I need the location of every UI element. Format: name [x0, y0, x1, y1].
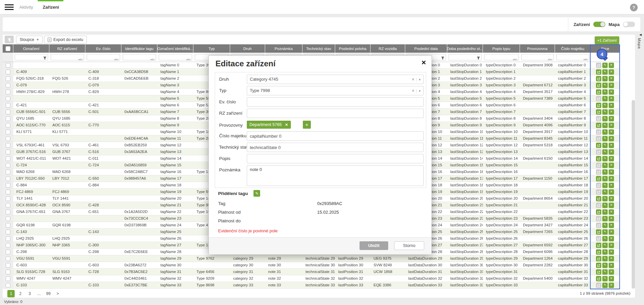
- delete-row-button[interactable]: ✕: [609, 89, 614, 95]
- open-detail-button[interactable]: [596, 243, 601, 248]
- funnel-icon[interactable]: [43, 55, 47, 61]
- row-checkbox[interactable]: [6, 283, 10, 288]
- delete-row-button[interactable]: ✕: [609, 243, 614, 248]
- export-excel-button[interactable]: xExport do excelu: [44, 36, 87, 44]
- druh-combobox[interactable]: Category 4745 ✕|▼: [247, 75, 424, 84]
- edit-row-button[interactable]: ✎: [602, 123, 608, 128]
- delete-row-button[interactable]: ✕: [609, 263, 614, 268]
- column-header-4[interactable]: Identifikátor tagu: [121, 44, 157, 53]
- column-header-6[interactable]: Typ: [193, 44, 230, 53]
- row-checkbox[interactable]: [6, 103, 10, 108]
- delete-row-button[interactable]: ✕: [609, 209, 614, 215]
- open-detail-button[interactable]: [596, 276, 601, 281]
- abc-filter-icon[interactable]: aBc: [513, 56, 517, 62]
- edit-row-button[interactable]: ✎: [602, 263, 608, 268]
- clear-filter-icon[interactable]: [5, 36, 14, 43]
- funnel-icon[interactable]: [477, 55, 480, 61]
- row-checkbox[interactable]: [6, 203, 10, 208]
- edit-row-button[interactable]: ✎: [602, 249, 608, 255]
- open-detail-button[interactable]: [596, 109, 601, 115]
- technicky-stav-field[interactable]: [247, 143, 424, 152]
- column-header-10[interactable]: Poslední poloha: [335, 44, 371, 53]
- column-header-1[interactable]: Označení: [13, 44, 49, 53]
- clear-icon[interactable]: ✕: [412, 89, 415, 93]
- row-checkbox[interactable]: [6, 70, 10, 74]
- page-button-1[interactable]: 1: [7, 290, 15, 297]
- table-row[interactable]: WMV 4247WMV 42470xC44D3461tagName 32Type…: [3, 275, 619, 282]
- edit-row-button[interactable]: ✎: [602, 96, 608, 101]
- open-detail-button[interactable]: [596, 123, 601, 128]
- edit-row-button[interactable]: ✎: [602, 209, 608, 215]
- page-button-...[interactable]: ...: [35, 290, 43, 297]
- delete-row-button[interactable]: ✕: [609, 236, 614, 241]
- edit-row-button[interactable]: ✎: [602, 236, 608, 241]
- table-row[interactable]: SLG 9163/C-728SLG 9163C-7280x7B3AC6E2tag…: [3, 269, 619, 275]
- page-button-3[interactable]: 3: [26, 290, 33, 297]
- delete-row-button[interactable]: ✕: [609, 156, 614, 161]
- open-detail-button[interactable]: [596, 249, 601, 255]
- row-checkbox[interactable]: [6, 270, 10, 274]
- row-checkbox[interactable]: [6, 210, 10, 214]
- row-checkbox[interactable]: [6, 196, 10, 201]
- row-checkbox[interactable]: [6, 256, 10, 261]
- edit-row-button[interactable]: ✎: [602, 276, 608, 281]
- row-checkbox[interactable]: [6, 90, 10, 94]
- row-checkbox[interactable]: [6, 230, 10, 234]
- column-header-3[interactable]: Ev. číslo: [85, 44, 121, 53]
- delete-row-button[interactable]: ✕: [609, 283, 614, 288]
- row-checkbox[interactable]: [6, 190, 10, 194]
- edit-row-button[interactable]: ✎: [602, 183, 608, 188]
- column-header-14[interactable]: Popis typu: [483, 44, 520, 53]
- nav-tab-aktivity[interactable]: Aktivity: [19, 0, 33, 14]
- close-icon[interactable]: ✕: [421, 59, 426, 66]
- delete-row-button[interactable]: ✕: [609, 96, 614, 101]
- edit-row-button[interactable]: ✎: [602, 283, 608, 288]
- open-detail-button[interactable]: [596, 103, 601, 108]
- delete-row-button[interactable]: ✕: [609, 256, 614, 261]
- row-checkbox[interactable]: [6, 183, 10, 188]
- delete-row-button[interactable]: ✕: [609, 136, 614, 141]
- row-checkbox[interactable]: [6, 156, 10, 161]
- row-checkbox[interactable]: [6, 170, 10, 174]
- row-checkbox[interactable]: [6, 143, 10, 148]
- clear-icon[interactable]: ✕: [412, 77, 415, 81]
- delete-row-button[interactable]: ✕: [609, 103, 614, 108]
- funnel-icon[interactable]: [441, 55, 445, 61]
- delete-row-button[interactable]: ✕: [609, 163, 614, 168]
- edit-row-button[interactable]: ✎: [602, 103, 608, 108]
- collapse-arrow-icon[interactable]: ◀: [639, 33, 642, 36]
- delete-row-button[interactable]: ✕: [609, 203, 614, 208]
- page-button-99[interactable]: 99: [45, 290, 52, 297]
- row-checkbox[interactable]: [6, 223, 10, 228]
- cislo-majetku-field[interactable]: [247, 131, 424, 141]
- cancel-button[interactable]: Storno: [394, 241, 424, 250]
- column-header-12[interactable]: Poslední data: [405, 44, 447, 53]
- edit-row-button[interactable]: ✎: [602, 196, 608, 201]
- row-checkbox[interactable]: [6, 250, 10, 254]
- row-checkbox[interactable]: [6, 123, 10, 128]
- edit-row-button[interactable]: ✎: [602, 69, 608, 75]
- edit-row-button[interactable]: ✎: [602, 63, 608, 68]
- edit-row-button[interactable]: ✎: [602, 76, 608, 81]
- open-detail-button[interactable]: [596, 69, 601, 75]
- vertical-scrollbar[interactable]: [632, 100, 635, 289]
- open-detail-button[interactable]: [596, 156, 601, 161]
- delete-row-button[interactable]: ✕: [609, 176, 614, 181]
- delete-row-button[interactable]: ✕: [609, 189, 614, 195]
- delete-row-button[interactable]: ✕: [609, 129, 614, 135]
- delete-row-button[interactable]: ✕: [609, 149, 614, 155]
- delete-row-button[interactable]: ✕: [609, 69, 614, 75]
- open-detail-button[interactable]: [596, 143, 601, 148]
- row-checkbox[interactable]: [6, 176, 10, 181]
- edit-row-button[interactable]: ✎: [602, 136, 608, 141]
- row-checkbox[interactable]: [6, 163, 10, 168]
- chevron-down-icon[interactable]: ▼: [418, 89, 421, 93]
- column-header-16[interactable]: Číslo majetku: [555, 44, 591, 53]
- edit-row-button[interactable]: ✎: [602, 83, 608, 88]
- column-header-15[interactable]: Provozovna: [520, 44, 555, 53]
- rz-zarizeni-field[interactable]: [247, 109, 424, 118]
- row-checkbox[interactable]: [6, 130, 10, 134]
- edit-row-button[interactable]: ✎: [602, 169, 608, 175]
- side-tab-mapa[interactable]: Mapa: [637, 38, 641, 49]
- abc-filter-icon[interactable]: aBc: [114, 56, 119, 62]
